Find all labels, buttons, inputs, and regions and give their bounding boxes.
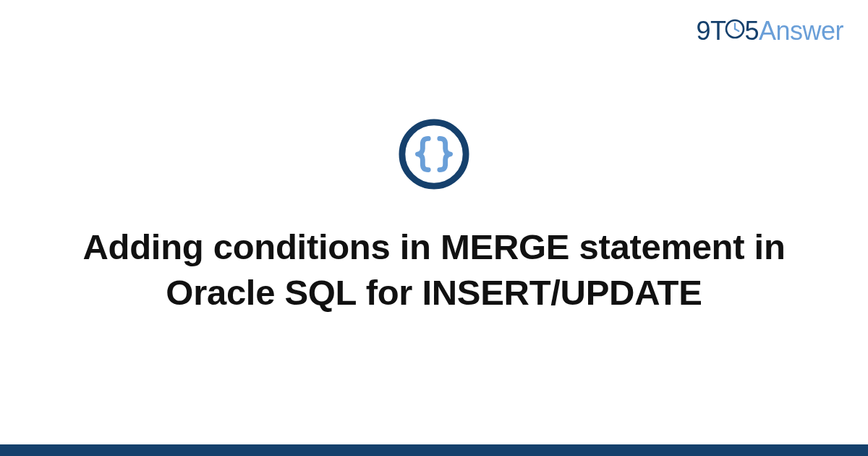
brand-o-icon: [726, 18, 744, 40]
svg-point-3: [402, 122, 466, 186]
brand-logo: 9T 5Answer: [696, 16, 843, 46]
svg-line-2: [735, 29, 739, 31]
brand-nine: 9: [696, 16, 710, 46]
curly-braces-icon: [399, 119, 469, 190]
page-container: 9T 5Answer Adding conditions in MERGE st…: [0, 0, 868, 456]
brand-answer: Answer: [759, 16, 843, 46]
content-area: Adding conditions in MERGE statement in …: [0, 0, 868, 456]
brand-five: 5: [744, 16, 759, 46]
category-icon-wrap: [399, 119, 469, 190]
footer-bar: [0, 444, 868, 456]
brand-t: T: [710, 16, 726, 46]
clock-o-icon: [724, 18, 746, 40]
page-title: Adding conditions in MERGE statement in …: [72, 224, 796, 315]
